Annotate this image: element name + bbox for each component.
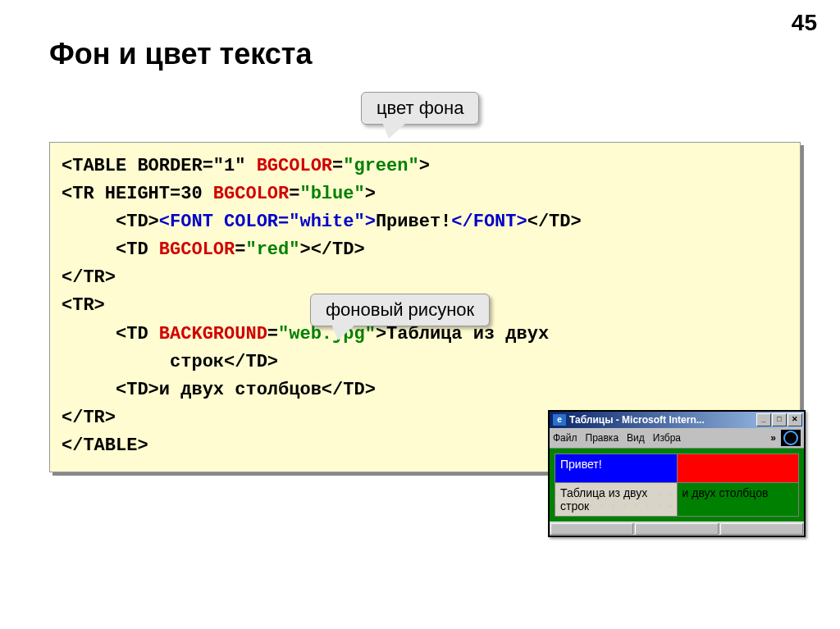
close-button[interactable]: ✕ — [788, 413, 802, 426]
menu-favorites[interactable]: Избра — [653, 432, 689, 444]
cell-blue: Привет! — [555, 454, 678, 483]
browser-content: Привет! Таблица из двух строк и двух сто… — [550, 449, 804, 522]
menu-overflow-icon[interactable]: » — [770, 432, 776, 444]
menu-file[interactable]: Файл — [553, 432, 578, 444]
cell-red — [677, 454, 799, 483]
window-titlebar: e Таблицы - Microsoft Intern... _ □ ✕ — [550, 412, 804, 428]
example-table: Привет! Таблица из двух строк и двух сто… — [555, 454, 799, 517]
cell-webbg: Таблица из двух строк — [555, 483, 678, 517]
callout-bgcolor: цвет фона — [361, 92, 479, 125]
statusbar — [550, 522, 804, 536]
browser-preview: e Таблицы - Microsoft Intern... _ □ ✕ Фа… — [548, 410, 806, 537]
table-row: Таблица из двух строк и двух столбцов — [555, 483, 799, 517]
minimize-button[interactable]: _ — [756, 413, 771, 426]
menu-edit[interactable]: Правка — [586, 432, 619, 444]
maximize-button[interactable]: □ — [772, 413, 787, 426]
window-title: Таблицы - Microsoft Intern... — [569, 414, 756, 426]
ie-throbber-icon — [781, 430, 801, 446]
menu-view[interactable]: Вид — [627, 432, 645, 444]
menubar: Файл Правка Вид Избра » — [550, 428, 804, 449]
table-row: Привет! — [555, 454, 799, 483]
page-number: 45 — [792, 10, 817, 36]
cell-green: и двух столбцов — [677, 483, 799, 517]
page-title: Фон и цвет текста — [49, 37, 312, 71]
ie-page-icon: e — [553, 414, 566, 426]
callout-background: фоновый рисунок — [310, 294, 490, 326]
